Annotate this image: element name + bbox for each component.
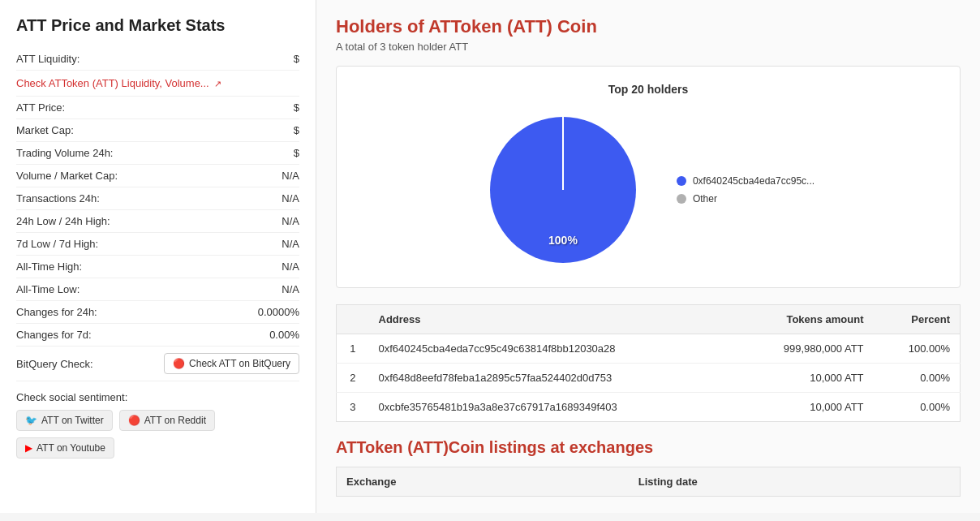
- table-row: 2 0xf648d8eefd78feba1a2895c57faa524402d0…: [337, 364, 961, 393]
- legend-item-other: Other: [677, 193, 815, 205]
- stat-value: N/A: [282, 215, 299, 227]
- cell-percent: 0.00%: [874, 393, 961, 422]
- stat-row: Trading Volume 24h: $: [16, 142, 299, 165]
- pie-svg: [482, 109, 644, 271]
- stat-row: 7d Low / 7d High: N/A: [16, 233, 299, 256]
- stat-row: Market Cap: $: [16, 119, 299, 142]
- stat-value: N/A: [282, 192, 299, 205]
- stat-value: N/A: [282, 283, 299, 295]
- stat-row: All-Time High: N/A: [16, 256, 299, 278]
- cell-tokens: 10,000 ATT: [733, 364, 873, 393]
- twitter-icon: 🐦: [25, 415, 37, 426]
- stat-row: Changes for 7d: 0.00%: [16, 324, 299, 347]
- stat-label: Volume / Market Cap:: [16, 170, 118, 182]
- left-panel: ATT Price and Market Stats ATT Liquidity…: [0, 0, 316, 513]
- stat-liquidity: ATT Liquidity: $: [16, 48, 299, 71]
- stat-row: Transactions 24h: N/A: [16, 187, 299, 210]
- stats-container: ATT Price: $ Market Cap: $ Trading Volum…: [16, 97, 299, 347]
- reddit-icon: 🔴: [128, 415, 140, 426]
- table-header-row: Address Tokens amount Percent: [337, 305, 961, 334]
- stat-value: $: [294, 101, 299, 114]
- table-row: 1 0xf640245cba4eda7cc95c49c63814f8bb1203…: [337, 334, 961, 364]
- stat-row: Volume / Market Cap: N/A: [16, 165, 299, 187]
- holders-subtitle: A total of 3 token holder ATT: [336, 41, 961, 53]
- chart-box: Top 20 holders 100% 0xf640245cba4eda7cc9…: [336, 66, 961, 288]
- th-tokens: Tokens amount: [733, 305, 873, 334]
- stat-value: 0.00%: [269, 329, 299, 341]
- pie-percentage-label: 100%: [548, 234, 578, 247]
- stat-label: Changes for 7d:: [16, 329, 92, 341]
- th-listing-date: Listing date: [629, 467, 961, 497]
- bitquery-row: BitQuery Check: 🔴 Check ATT on BitQuery: [16, 347, 299, 381]
- stat-label: Trading Volume 24h:: [16, 147, 113, 159]
- social-section: Check social sentiment: 🐦 ATT on Twitter…: [16, 381, 299, 459]
- legend-dot-main: [677, 176, 686, 186]
- holders-table: Address Tokens amount Percent 1 0xf64024…: [336, 304, 961, 422]
- social-buttons: 🐦 ATT on Twitter 🔴 ATT on Reddit ▶ ATT o…: [16, 410, 299, 459]
- reddit-button[interactable]: 🔴 ATT on Reddit: [119, 410, 215, 431]
- cell-num: 2: [337, 364, 369, 393]
- cell-address: 0xf648d8eefd78feba1a2895c57faa524402d0d7…: [369, 364, 733, 393]
- stat-label: Transactions 24h:: [16, 192, 100, 205]
- stat-value: 0.0000%: [258, 306, 299, 318]
- table-row: 3 0xcbfe35765481b19a3a8e37c67917a1689349…: [337, 393, 961, 422]
- stat-label: All-Time Low:: [16, 283, 80, 295]
- stat-value: N/A: [282, 238, 299, 250]
- exchanges-title: ATToken (ATT)Coin listings at exchanges: [336, 438, 961, 457]
- cell-address: 0xf640245cba4eda7cc95c49c63814f8bb12030a…: [369, 334, 733, 364]
- liquidity-link-row: Check ATToken (ATT) Liquidity, Volume...…: [16, 71, 299, 97]
- chart-area: 100% 0xf640245cba4eda7cc95c... Other: [353, 109, 943, 271]
- youtube-icon: ▶: [25, 442, 32, 454]
- legend-dot-other: [677, 194, 686, 204]
- cell-percent: 0.00%: [874, 364, 961, 393]
- holders-title: Holders of ATToken (ATT) Coin: [336, 16, 961, 37]
- stat-label-liquidity: ATT Liquidity:: [16, 53, 80, 65]
- cell-percent: 100.00%: [874, 334, 961, 364]
- stat-label: 24h Low / 24h High:: [16, 215, 110, 227]
- holders-tbody: 1 0xf640245cba4eda7cc95c49c63814f8bb1203…: [337, 334, 961, 422]
- stat-value: N/A: [282, 260, 299, 273]
- cell-num: 3: [337, 393, 369, 422]
- cell-address: 0xcbfe35765481b19a3a8e37c67917a1689349f4…: [369, 393, 733, 422]
- legend-label-main: 0xf640245cba4eda7cc95c...: [693, 175, 815, 187]
- cell-tokens: 999,980,000 ATT: [733, 334, 873, 364]
- twitter-button[interactable]: 🐦 ATT on Twitter: [16, 410, 113, 431]
- stat-value-liquidity: $: [294, 53, 299, 65]
- stat-value: $: [294, 124, 299, 136]
- legend-item-main: 0xf640245cba4eda7cc95c...: [677, 175, 815, 187]
- social-label: Check social sentiment:: [16, 391, 299, 403]
- reddit-label: ATT on Reddit: [144, 415, 206, 426]
- stat-label: Market Cap:: [16, 124, 74, 136]
- bitquery-icon: 🔴: [173, 358, 185, 369]
- youtube-label: ATT on Youtube: [37, 442, 105, 454]
- stat-row: Changes for 24h: 0.0000%: [16, 301, 299, 324]
- stat-label: Changes for 24h:: [16, 306, 97, 318]
- th-num: [337, 305, 369, 334]
- right-panel: Holders of ATToken (ATT) Coin A total of…: [316, 0, 980, 513]
- stat-value: N/A: [282, 170, 299, 182]
- stat-row: 24h Low / 24h High: N/A: [16, 210, 299, 233]
- legend-label-other: Other: [693, 193, 717, 205]
- cell-tokens: 10,000 ATT: [733, 393, 873, 422]
- th-address: Address: [369, 305, 733, 334]
- stat-label: ATT Price:: [16, 101, 65, 114]
- twitter-label: ATT on Twitter: [41, 415, 104, 426]
- th-exchange: Exchange: [337, 467, 629, 497]
- external-link-icon: ↗: [214, 79, 221, 88]
- stat-value: $: [294, 147, 299, 159]
- stat-row: All-Time Low: N/A: [16, 278, 299, 301]
- bitquery-label: BitQuery Check:: [16, 358, 93, 370]
- liquidity-link[interactable]: Check ATToken (ATT) Liquidity, Volume...…: [16, 77, 221, 89]
- stat-label: 7d Low / 7d High:: [16, 238, 98, 250]
- page-title: ATT Price and Market Stats: [16, 16, 299, 35]
- stat-label: All-Time High:: [16, 260, 82, 273]
- pie-chart: 100%: [482, 109, 644, 271]
- exchanges-header-row: Exchange Listing date: [337, 467, 961, 497]
- chart-title: Top 20 holders: [353, 83, 943, 96]
- chart-legend: 0xf640245cba4eda7cc95c... Other: [677, 175, 815, 205]
- stat-row: ATT Price: $: [16, 97, 299, 119]
- th-percent: Percent: [874, 305, 961, 334]
- bitquery-button[interactable]: 🔴 Check ATT on BitQuery: [164, 353, 299, 374]
- youtube-button[interactable]: ▶ ATT on Youtube: [16, 437, 114, 459]
- exchanges-table: Exchange Listing date: [336, 467, 961, 497]
